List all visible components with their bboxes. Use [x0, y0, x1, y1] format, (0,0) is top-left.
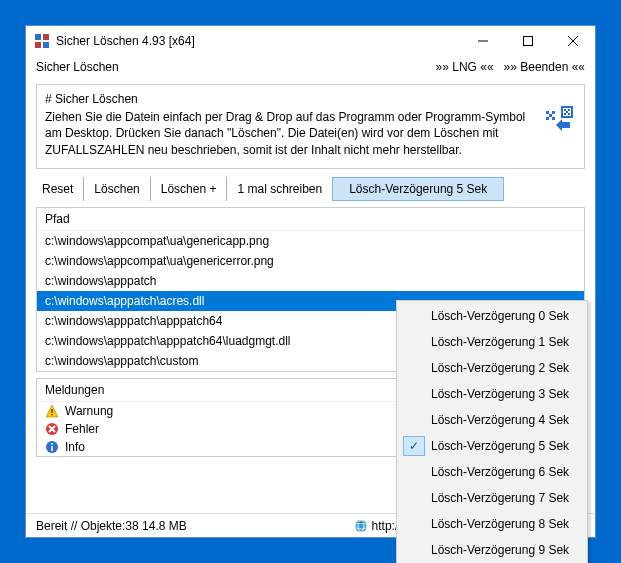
delete-plus-button[interactable]: Löschen + — [151, 177, 228, 201]
svg-rect-11 — [546, 117, 549, 120]
info-icon — [45, 440, 59, 454]
delay-option-label: Lösch-Verzögerung 6 Sek — [431, 465, 569, 479]
delay-option[interactable]: Lösch-Verzögerung 3 Sek — [399, 381, 585, 407]
svg-rect-17 — [564, 113, 566, 115]
content-area: # Sicher Löschen Ziehen Sie die Datein e… — [26, 78, 595, 513]
delete-button[interactable]: Löschen — [84, 177, 150, 201]
svg-rect-16 — [566, 111, 568, 113]
svg-rect-8 — [546, 111, 549, 114]
check-icon — [403, 462, 425, 482]
window-title: Sicher Löschen 4.93 [x64] — [56, 34, 460, 48]
delay-option-label: Lösch-Verzögerung 2 Sek — [431, 361, 569, 375]
write-once-button[interactable]: 1 mal schreiben — [227, 177, 332, 201]
check-icon — [403, 410, 425, 430]
check-icon — [403, 358, 425, 378]
menubar-exit[interactable]: »» Beenden «« — [504, 60, 585, 74]
menubar-title[interactable]: Sicher Löschen — [36, 60, 436, 74]
delay-option-label: Lösch-Verzögerung 8 Sek — [431, 517, 569, 531]
message-label: Fehler — [65, 422, 99, 436]
delay-option-label: Lösch-Verzögerung 4 Sek — [431, 413, 569, 427]
svg-rect-0 — [35, 34, 41, 40]
svg-rect-2 — [35, 42, 41, 48]
delay-option[interactable]: Lösch-Verzögerung 9 Sek — [399, 537, 585, 563]
svg-rect-27 — [51, 446, 53, 451]
file-list-header[interactable]: Pfad — [37, 208, 584, 231]
svg-rect-21 — [51, 409, 52, 413]
toolbar: Reset Löschen Löschen + 1 mal schreiben … — [36, 177, 585, 201]
check-icon — [403, 488, 425, 508]
check-icon — [403, 306, 425, 326]
menubar-lang[interactable]: »» LNG «« — [436, 60, 494, 74]
info-heading: # Sicher Löschen — [45, 91, 536, 107]
check-icon — [403, 436, 425, 456]
window-controls — [460, 26, 595, 56]
delay-option-label: Lösch-Verzögerung 9 Sek — [431, 543, 569, 557]
svg-marker-19 — [556, 119, 570, 131]
delay-option-label: Lösch-Verzögerung 0 Sek — [431, 309, 569, 323]
delay-option-label: Lösch-Verzögerung 3 Sek — [431, 387, 569, 401]
delay-option-label: Lösch-Verzögerung 7 Sek — [431, 491, 569, 505]
message-label: Warnung — [65, 404, 113, 418]
svg-rect-22 — [51, 414, 52, 415]
close-button[interactable] — [550, 26, 595, 56]
app-icon — [34, 33, 50, 49]
app-window: Sicher Löschen 4.93 [x64] Sicher Löschen… — [25, 25, 596, 538]
svg-rect-14 — [564, 109, 566, 111]
reset-button[interactable]: Reset — [36, 177, 84, 201]
info-box: # Sicher Löschen Ziehen Sie die Datein e… — [36, 84, 585, 169]
delay-option[interactable]: Lösch-Verzögerung 1 Sek — [399, 329, 585, 355]
check-icon — [403, 514, 425, 534]
delay-option-label: Lösch-Verzögerung 1 Sek — [431, 335, 569, 349]
error-icon — [45, 422, 59, 436]
info-body: Ziehen Sie die Datein einfach per Drag &… — [45, 109, 536, 158]
delay-option-label: Lösch-Verzögerung 5 Sek — [431, 439, 569, 453]
svg-rect-12 — [552, 117, 555, 120]
svg-rect-1 — [43, 34, 49, 40]
svg-rect-10 — [549, 114, 552, 117]
svg-rect-9 — [552, 111, 555, 114]
check-icon — [403, 332, 425, 352]
check-icon — [403, 540, 425, 560]
drag-drop-icon — [544, 105, 576, 137]
menubar: Sicher Löschen »» LNG «« »» Beenden «« — [26, 56, 595, 78]
delay-option[interactable]: Lösch-Verzögerung 8 Sek — [399, 511, 585, 537]
delay-option[interactable]: Lösch-Verzögerung 2 Sek — [399, 355, 585, 381]
delay-option[interactable]: Lösch-Verzögerung 7 Sek — [399, 485, 585, 511]
svg-rect-5 — [523, 37, 532, 46]
file-row[interactable]: c:\windows\appcompat\ua\genericapp.png — [37, 231, 584, 251]
delay-option[interactable]: Lösch-Verzögerung 0 Sek — [399, 303, 585, 329]
delay-option[interactable]: Lösch-Verzögerung 5 Sek — [399, 433, 585, 459]
svg-point-29 — [355, 520, 367, 532]
svg-rect-3 — [43, 42, 49, 48]
message-label: Info — [65, 440, 85, 454]
delay-option[interactable]: Lösch-Verzögerung 6 Sek — [399, 459, 585, 485]
status-text: Bereit // Objekte:38 14.8 MB — [36, 519, 340, 533]
check-icon — [403, 384, 425, 404]
file-row[interactable]: c:\windows\appcompat\ua\genericerror.png — [37, 251, 584, 271]
globe-icon — [354, 519, 368, 533]
delay-option[interactable]: Lösch-Verzögerung 4 Sek — [399, 407, 585, 433]
delay-dropdown-button[interactable]: Lösch-Verzögerung 5 Sek — [332, 177, 504, 201]
delay-dropdown-menu[interactable]: Lösch-Verzögerung 0 SekLösch-Verzögerung… — [396, 300, 588, 563]
svg-rect-15 — [568, 109, 570, 111]
svg-rect-18 — [568, 113, 570, 115]
warning-icon — [45, 404, 59, 418]
svg-rect-28 — [51, 443, 53, 445]
minimize-button[interactable] — [460, 26, 505, 56]
maximize-button[interactable] — [505, 26, 550, 56]
file-row[interactable]: c:\windows\apppatch — [37, 271, 584, 291]
titlebar: Sicher Löschen 4.93 [x64] — [26, 26, 595, 56]
